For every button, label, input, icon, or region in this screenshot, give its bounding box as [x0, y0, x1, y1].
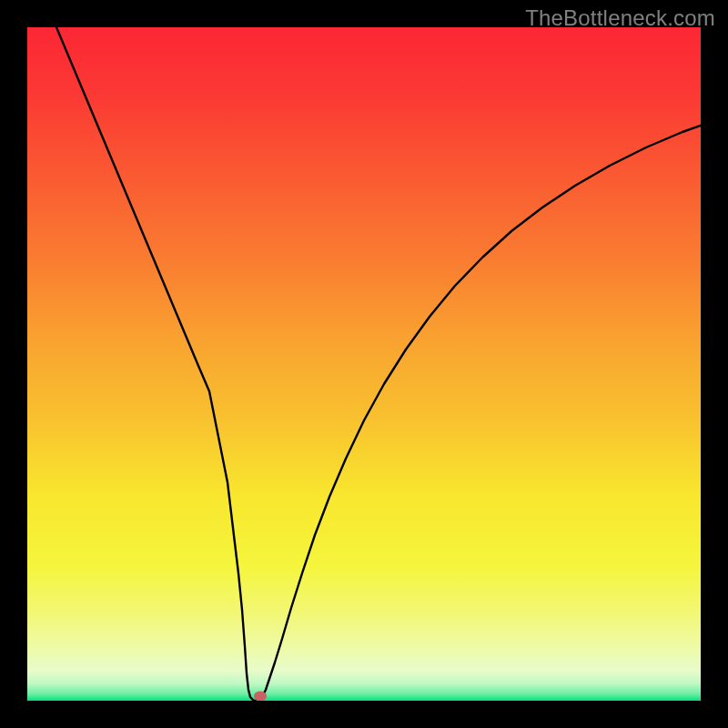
plot-area: [27, 27, 701, 701]
optimum-marker-icon: [254, 692, 267, 702]
chart-frame: TheBottleneck.com: [0, 0, 728, 728]
bottleneck-curve: [27, 27, 701, 701]
watermark-text: TheBottleneck.com: [525, 5, 715, 31]
